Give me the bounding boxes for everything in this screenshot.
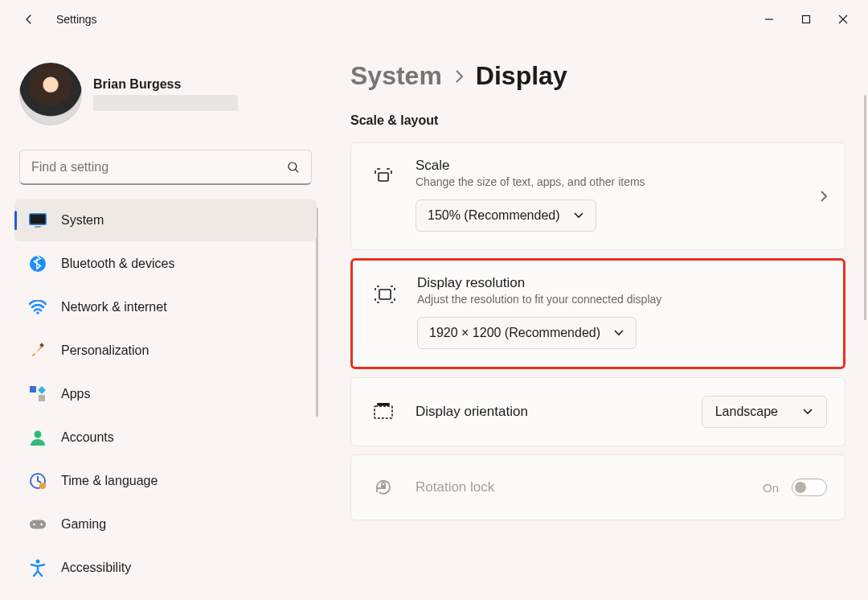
brush-icon (29, 342, 47, 360)
search-icon (286, 160, 301, 175)
svg-point-8 (36, 311, 39, 314)
svg-rect-6 (35, 226, 41, 228)
sidebar-item-label: Accounts (61, 430, 114, 445)
profile-name: Brian Burgess (93, 77, 238, 92)
scale-subtitle: Change the size of text, apps, and other… (416, 175, 827, 188)
nav-list: System Bluetooth & devices Network & int… (14, 199, 317, 589)
main-scrollbar[interactable] (864, 95, 866, 320)
resolution-dropdown[interactable]: 1920 × 1200 (Recommended) (417, 317, 637, 349)
main-panel: System Display Scale & layout Scale Chan… (321, 39, 868, 600)
chevron-right-icon (453, 69, 465, 84)
resolution-icon (371, 280, 399, 309)
sidebar-item-accessibility[interactable]: Accessibility (14, 547, 317, 589)
scale-card[interactable]: Scale Change the size of text, apps, and… (350, 142, 845, 250)
person-icon (29, 429, 47, 446)
gamepad-icon (29, 516, 47, 533)
search-input[interactable] (19, 150, 312, 185)
resolution-value: 1920 × 1200 (Recommended) (429, 326, 600, 340)
chevron-down-icon (573, 212, 584, 220)
svg-rect-21 (375, 406, 392, 418)
minimize-button[interactable] (751, 6, 788, 32)
rotation-lock-state: On (763, 481, 779, 495)
svg-rect-19 (379, 173, 388, 181)
svg-rect-11 (39, 395, 45, 401)
profile-email-placeholder (93, 95, 238, 111)
sidebar-item-label: Accessibility (61, 561, 131, 575)
profile-block[interactable]: Brian Burgess (14, 53, 317, 145)
window-controls (751, 6, 862, 32)
svg-point-17 (40, 524, 43, 526)
maximize-button[interactable] (788, 6, 825, 32)
sidebar-item-label: Network & internet (61, 300, 167, 314)
orientation-dropdown[interactable]: Landscape (702, 396, 827, 428)
titlebar: Settings (0, 0, 868, 39)
sidebar-item-network[interactable]: Network & internet (14, 286, 317, 328)
breadcrumb-parent[interactable]: System (350, 61, 442, 91)
svg-point-2 (289, 162, 297, 171)
rotation-lock-icon (369, 473, 398, 502)
sidebar-item-label: Time & language (61, 474, 158, 488)
sidebar-item-label: Personalization (61, 343, 149, 358)
wifi-icon (29, 298, 47, 316)
orientation-value: Landscape (715, 405, 778, 419)
sidebar-item-apps[interactable]: Apps (14, 373, 317, 415)
clock-globe-icon (29, 472, 47, 490)
scale-dropdown[interactable]: 150% (Recommended) (416, 199, 596, 232)
apps-icon (29, 385, 47, 403)
chevron-down-icon (613, 329, 624, 337)
display-resolution-card[interactable]: Display resolution Adjust the resolution… (350, 258, 845, 369)
scale-icon (369, 162, 398, 191)
rotation-lock-toggle (792, 479, 827, 496)
breadcrumb-current: Display (476, 61, 567, 91)
sidebar-item-gaming[interactable]: Gaming (14, 503, 317, 545)
resolution-title: Display resolution (417, 275, 825, 291)
section-scale-layout: Scale & layout (350, 113, 845, 128)
sidebar-item-label: System (61, 213, 104, 228)
resolution-subtitle: Adjust the resolution to fit your connec… (417, 293, 825, 306)
svg-point-18 (36, 560, 40, 564)
orientation-card[interactable]: Display orientation Landscape (350, 377, 845, 446)
svg-rect-22 (378, 403, 389, 405)
sidebar-item-system[interactable]: System (14, 199, 317, 241)
orientation-title: Display orientation (416, 404, 684, 420)
chevron-right-icon[interactable] (819, 189, 829, 203)
chevron-down-icon (802, 408, 813, 416)
breadcrumb: System Display (350, 61, 845, 91)
rotation-lock-card: Rotation lock On (350, 454, 845, 520)
sidebar-item-personalization[interactable]: Personalization (14, 330, 317, 372)
svg-rect-1 (803, 16, 810, 23)
svg-rect-15 (30, 520, 46, 529)
sidebar-item-time-language[interactable]: Time & language (14, 460, 317, 502)
svg-rect-5 (31, 215, 46, 224)
sidebar-item-bluetooth[interactable]: Bluetooth & devices (14, 243, 317, 285)
svg-point-12 (35, 431, 42, 438)
sidebar-item-accounts[interactable]: Accounts (14, 417, 317, 458)
close-button[interactable] (825, 6, 862, 32)
scale-title: Scale (416, 158, 827, 174)
svg-point-14 (39, 483, 46, 489)
search-box[interactable] (19, 150, 312, 185)
svg-point-16 (33, 524, 35, 526)
svg-rect-9 (39, 343, 44, 347)
window-title: Settings (56, 13, 97, 26)
scale-value: 150% (Recommended) (428, 208, 560, 223)
svg-line-3 (295, 169, 298, 172)
sidebar-item-label: Bluetooth & devices (61, 257, 174, 271)
rotation-lock-title: Rotation lock (416, 479, 745, 495)
svg-rect-23 (381, 485, 386, 489)
orientation-icon (369, 397, 398, 426)
system-icon (29, 212, 47, 229)
svg-rect-20 (379, 290, 391, 299)
sidebar: Brian Burgess System Bluetoo (0, 39, 321, 600)
accessibility-icon (29, 559, 47, 577)
back-button[interactable] (16, 6, 42, 32)
bluetooth-icon (29, 255, 47, 273)
avatar (19, 63, 82, 125)
sidebar-item-label: Gaming (61, 517, 106, 532)
svg-rect-10 (30, 386, 36, 392)
sidebar-item-label: Apps (61, 387, 90, 401)
